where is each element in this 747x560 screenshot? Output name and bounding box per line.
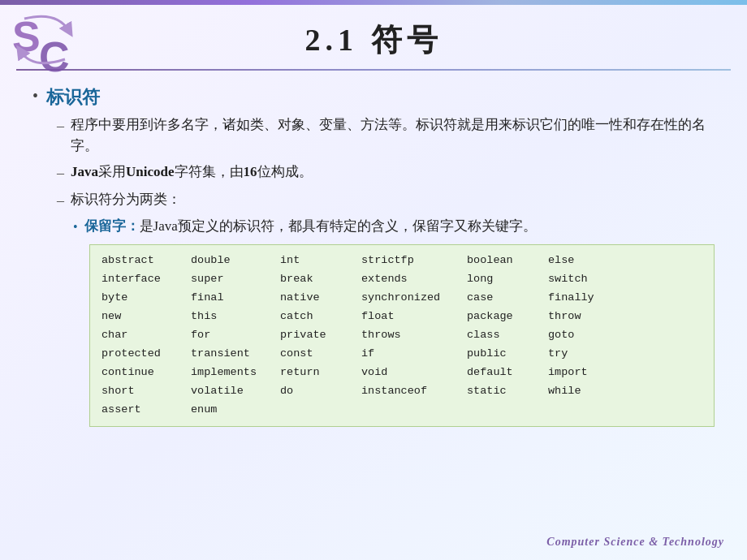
kw-switch: switch — [548, 270, 621, 289]
kw-try: try — [548, 345, 621, 364]
kw-empty-3 — [467, 401, 548, 420]
kw-continue: continue — [101, 364, 191, 382]
kw-class: class — [467, 326, 548, 345]
content-area: • 标识符 – 程序中要用到许多名字，诸如类、对象、变量、方法等。标识符就是用来… — [0, 71, 747, 435]
kw-finally: finally — [548, 289, 621, 308]
kw-row-7: short volatile do instanceof static whil… — [101, 382, 702, 401]
footer-text: Computer Science & Technology — [546, 536, 724, 549]
kw-native: native — [280, 289, 361, 308]
reserved-word-item: • 保留字：是Java预定义的标识符，都具有特定的含义，保留字又称关键字。 — [73, 216, 715, 238]
svg-text:S: S — [12, 13, 41, 60]
kw-new: new — [101, 308, 191, 326]
sub-sub-items: • 保留字：是Java预定义的标识符，都具有特定的含义，保留字又称关键字。 ab… — [73, 216, 715, 426]
kw-row-8: assert enum — [101, 401, 702, 420]
sixteen-label: 16 — [244, 164, 257, 179]
kw-double: double — [191, 252, 280, 270]
page-title: 2.1 符号 — [0, 5, 747, 69]
kw-volatile: volatile — [191, 382, 280, 401]
kw-boolean: boolean — [467, 252, 548, 270]
kw-else: else — [548, 252, 621, 270]
kw-return: return — [280, 364, 361, 382]
kw-float: float — [361, 308, 467, 326]
sub-bullet-dot: • — [73, 218, 78, 238]
kw-super: super — [191, 270, 280, 289]
kw-break: break — [280, 270, 361, 289]
kw-catch: catch — [280, 308, 361, 326]
kw-synchronized: synchronized — [361, 289, 467, 308]
kw-interface: interface — [101, 270, 191, 289]
sub-item-2-text: Java采用Unicode字符集，由16位构成。 — [71, 162, 715, 183]
kw-char: char — [101, 326, 191, 345]
sub-item-1-text: 程序中要用到许多名字，诸如类、对象、变量、方法等。标识符就是用来标识它们的唯一性… — [71, 114, 715, 157]
dash-1: – — [57, 115, 64, 138]
kw-package: package — [467, 308, 548, 326]
kw-enum: enum — [191, 401, 280, 420]
reserved-description: 是Java预定义的标识符，都具有特定的含义，保留字又称关键字。 — [140, 218, 537, 234]
kw-this: this — [191, 308, 280, 326]
kw-default: default — [467, 364, 548, 382]
kw-extends: extends — [361, 270, 467, 289]
kw-row-1: interface super break extends long switc… — [101, 270, 702, 289]
kw-byte: byte — [101, 289, 191, 308]
reserved-word-text: 保留字：是Java预定义的标识符，都具有特定的含义，保留字又称关键字。 — [84, 216, 715, 237]
kw-row-0: abstract double int strictfp boolean els… — [101, 252, 702, 270]
kw-empty-4 — [548, 401, 621, 420]
main-bullet-item: • 标识符 — [32, 85, 715, 110]
kw-row-5: protected transient const if public try — [101, 345, 702, 364]
kw-transient: transient — [191, 345, 280, 364]
kw-long: long — [467, 270, 548, 289]
kw-const: const — [280, 345, 361, 364]
sub-item-1: – 程序中要用到许多名字，诸如类、对象、变量、方法等。标识符就是用来标识它们的唯… — [57, 114, 715, 157]
kw-empty-1 — [280, 401, 361, 420]
kw-for: for — [191, 326, 280, 345]
kw-row-6: continue implements return void default … — [101, 364, 702, 382]
kw-row-2: byte final native synchronized case fina… — [101, 289, 702, 308]
kw-void: void — [361, 364, 467, 382]
kw-static: static — [467, 382, 548, 401]
kw-implements: implements — [191, 364, 280, 382]
sub-items-list: – 程序中要用到许多名字，诸如类、对象、变量、方法等。标识符就是用来标识它们的唯… — [57, 114, 715, 427]
kw-empty-2 — [361, 401, 467, 420]
logo: S C — [8, 6, 81, 75]
kw-instanceof: instanceof — [361, 382, 467, 401]
sub-item-2: – Java采用Unicode字符集，由16位构成。 — [57, 162, 715, 185]
kw-short: short — [101, 382, 191, 401]
kw-import: import — [548, 364, 621, 382]
kw-while: while — [548, 382, 621, 401]
kw-assert: assert — [101, 401, 191, 420]
kw-final: final — [191, 289, 280, 308]
kw-case: case — [467, 289, 548, 308]
dash-2: – — [57, 162, 64, 185]
svg-text:C: C — [39, 33, 70, 75]
kw-throws: throws — [361, 326, 467, 345]
kw-strictfp: strictfp — [361, 252, 467, 270]
java-label: Java — [71, 164, 98, 179]
kw-private: private — [280, 326, 361, 345]
dash-3: – — [57, 190, 64, 213]
kw-public: public — [467, 345, 548, 364]
kw-row-4: char for private throws class goto — [101, 326, 702, 345]
kw-protected: protected — [101, 345, 191, 364]
reserved-label: 保留字： — [84, 218, 140, 234]
sub-item-3: – 标识符分为两类： — [57, 189, 715, 213]
kw-row-3: new this catch float package throw — [101, 308, 702, 326]
kw-if: if — [361, 345, 467, 364]
keywords-table: abstract double int strictfp boolean els… — [89, 244, 715, 426]
kw-do: do — [280, 382, 361, 401]
kw-int: int — [280, 252, 361, 270]
kw-throw: throw — [548, 308, 621, 326]
kw-goto: goto — [548, 326, 621, 345]
sub-item-3-text: 标识符分为两类： — [71, 189, 715, 210]
main-bullet-dot: • — [32, 87, 38, 106]
unicode-label: Unicode — [126, 164, 175, 179]
main-bullet-label: 标识符 — [46, 85, 100, 110]
kw-abstract: abstract — [101, 252, 191, 270]
